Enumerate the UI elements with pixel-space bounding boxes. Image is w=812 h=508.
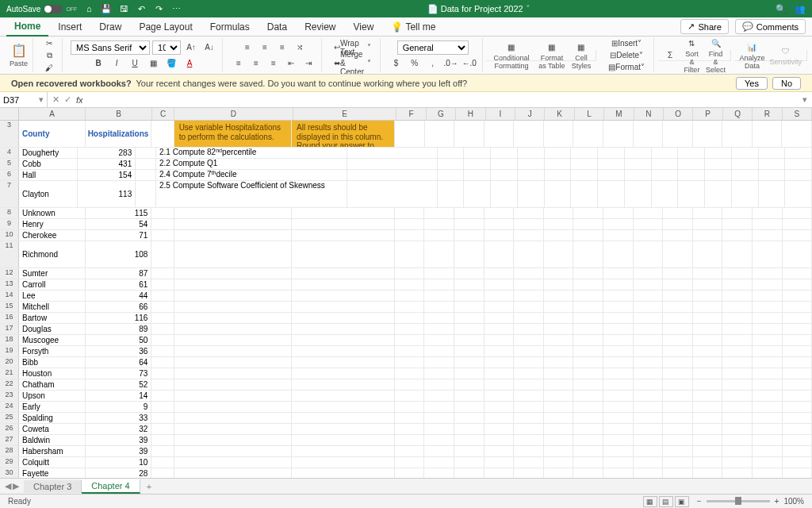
cell-S6[interactable]	[785, 170, 812, 180]
cell-G21[interactable]	[424, 368, 454, 379]
align-bottom-icon[interactable]: ≡	[274, 40, 290, 55]
cell-G25[interactable]	[424, 413, 454, 423]
cell-E10[interactable]	[292, 230, 395, 241]
cell-C27[interactable]	[151, 435, 174, 445]
cell-L19[interactable]	[573, 346, 603, 356]
cell-M27[interactable]	[603, 435, 634, 445]
cell-R3[interactable]	[753, 121, 783, 147]
cell-M23[interactable]	[603, 391, 634, 401]
cell-E13[interactable]	[292, 279, 395, 290]
cell-O17[interactable]	[663, 324, 693, 334]
cell-A9[interactable]: Henry	[19, 219, 86, 229]
cell-G6[interactable]	[464, 170, 491, 180]
cell-M3[interactable]	[603, 121, 634, 147]
cell-S25[interactable]	[783, 413, 813, 423]
cell-styles-button[interactable]: ▦	[573, 40, 589, 54]
cell-R18[interactable]	[753, 335, 783, 345]
cell-O4[interactable]	[678, 148, 705, 158]
cell-O3[interactable]	[663, 121, 693, 147]
tab-draw[interactable]: Draw	[91, 18, 129, 36]
cell-J6[interactable]	[545, 170, 572, 180]
cell-F14[interactable]	[395, 291, 425, 301]
cell-R5[interactable]	[759, 159, 786, 169]
col-header-O[interactable]: O	[664, 108, 693, 120]
cell-O18[interactable]	[663, 335, 693, 345]
cell-R9[interactable]	[753, 219, 783, 229]
cell-C10[interactable]	[151, 230, 174, 241]
cell-J19[interactable]	[514, 346, 544, 356]
cell-S20[interactable]	[783, 357, 813, 368]
cell-F15[interactable]	[395, 302, 425, 312]
cell-N22[interactable]	[634, 379, 664, 390]
cell-H21[interactable]	[454, 368, 485, 379]
percent-icon[interactable]: %	[407, 56, 423, 71]
cell-S30[interactable]	[783, 468, 813, 478]
cell-O9[interactable]	[663, 219, 693, 229]
share-button[interactable]: ↗ Share	[680, 19, 728, 34]
shrink-font-icon[interactable]: A↓	[201, 40, 217, 55]
cell-S8[interactable]	[783, 208, 813, 218]
col-header-C[interactable]: C	[152, 108, 174, 120]
cell-G12[interactable]	[424, 268, 454, 279]
cell-N17[interactable]	[634, 324, 664, 334]
tab-page-layout[interactable]: Page Layout	[131, 18, 200, 36]
cell-C26[interactable]	[151, 424, 174, 434]
cell-F10[interactable]	[395, 230, 425, 241]
cell-F13[interactable]	[395, 279, 425, 290]
cell-E3[interactable]: All results should be displayed in this …	[292, 121, 395, 147]
cell-K16[interactable]	[544, 313, 574, 323]
cell-C13[interactable]	[151, 279, 174, 290]
cell-S11[interactable]	[783, 241, 813, 267]
cell-J20[interactable]	[514, 357, 544, 368]
orientation-icon[interactable]: ⤭	[292, 40, 308, 55]
cell-L13[interactable]	[573, 279, 603, 290]
tab-review[interactable]: Review	[297, 18, 343, 36]
cell-F9[interactable]	[395, 219, 425, 229]
row-header[interactable]: 6	[0, 170, 19, 180]
cell-O30[interactable]	[663, 468, 693, 478]
cell-M4[interactable]	[625, 148, 652, 158]
cell-N23[interactable]	[634, 391, 664, 401]
cell-H7[interactable]	[491, 181, 518, 207]
indent-dec-icon[interactable]: ⇤	[283, 56, 299, 71]
cell-E15[interactable]	[292, 302, 395, 312]
cell-D9[interactable]	[174, 219, 292, 229]
cell-P29[interactable]	[693, 457, 723, 468]
cell-E30[interactable]	[292, 468, 395, 478]
cell-Q28[interactable]	[722, 446, 753, 456]
cell-K30[interactable]	[544, 468, 574, 478]
cell-R6[interactable]	[759, 170, 786, 180]
sort-filter-button[interactable]: ⇅	[684, 37, 699, 50]
cell-D7[interactable]: 2.5 Compute Software Coefficient of Skew…	[156, 181, 347, 207]
cell-K9[interactable]	[544, 219, 574, 229]
cell-Q6[interactable]	[732, 170, 759, 180]
cell-S21[interactable]	[783, 368, 813, 379]
cell-N12[interactable]	[634, 268, 664, 279]
number-format-select[interactable]: General	[397, 40, 469, 55]
comma-icon[interactable]: ,	[425, 56, 441, 71]
cell-J21[interactable]	[514, 368, 544, 379]
cell-I19[interactable]	[485, 346, 515, 356]
font-name-select[interactable]: MS Sans Serif	[71, 40, 150, 55]
cell-P11[interactable]	[693, 241, 723, 267]
cell-C4[interactable]	[136, 148, 156, 158]
col-header-A[interactable]: A	[19, 108, 86, 120]
cell-P5[interactable]	[705, 159, 732, 169]
format-painter-icon[interactable]: 🖌	[41, 63, 57, 73]
cell-F12[interactable]	[395, 268, 425, 279]
cell-G19[interactable]	[424, 346, 454, 356]
cell-Q9[interactable]	[722, 219, 753, 229]
row-header[interactable]: 27	[0, 435, 19, 445]
cell-N13[interactable]	[634, 279, 664, 290]
cell-E12[interactable]	[292, 268, 395, 279]
cell-Q14[interactable]	[722, 291, 753, 301]
cell-R26[interactable]	[753, 424, 783, 434]
cell-F20[interactable]	[395, 357, 425, 368]
cell-P20[interactable]	[693, 357, 723, 368]
cell-P26[interactable]	[693, 424, 723, 434]
cell-L4[interactable]	[598, 148, 625, 158]
cell-C17[interactable]	[151, 324, 174, 334]
insert-cells-button[interactable]: ⊞ Insert ˅	[607, 38, 645, 48]
cell-A17[interactable]: Douglas	[19, 324, 86, 334]
cell-A7[interactable]: Clayton	[19, 181, 78, 207]
